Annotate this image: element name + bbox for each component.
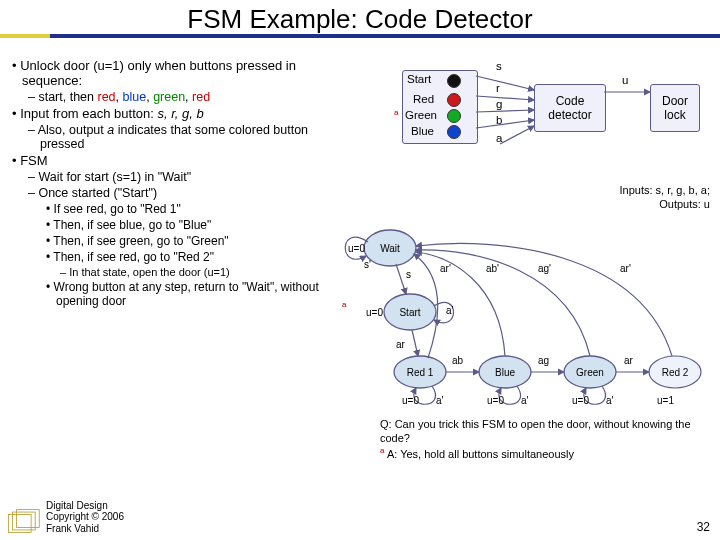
left-column: Unlock door (u=1) only when buttons pres… (8, 56, 348, 310)
sig-r: r (496, 82, 500, 94)
footer-l2: Copyright © 2006 (46, 511, 124, 523)
svg-text:Blue: Blue (495, 367, 515, 378)
a-annotation-2: a (342, 300, 346, 309)
svg-text:Red 2: Red 2 (662, 367, 689, 378)
sig-a: a (496, 132, 502, 144)
svg-text:u=0: u=0 (402, 395, 419, 406)
svg-line-4 (500, 126, 534, 144)
svg-text:Green: Green (576, 367, 604, 378)
svg-text:s': s' (364, 259, 371, 270)
q-answer: a A: Yes, hold all buttons simultaneousl… (380, 446, 710, 461)
svg-text:ag: ag (538, 355, 549, 366)
svg-text:ar': ar' (620, 263, 631, 274)
sig-g: g (496, 98, 502, 110)
bullet-open: In that state, open the door (u=1) (8, 266, 348, 278)
block-wires (350, 56, 710, 156)
svg-line-2 (476, 110, 534, 112)
svg-text:a': a' (446, 305, 454, 316)
footer: Digital Design Copyright © 2006 Frank Va… (46, 500, 124, 535)
svg-text:u=0: u=0 (348, 243, 365, 254)
trick-question: Q: Can you trick this FSM to open the do… (380, 418, 710, 461)
svg-text:u=0: u=0 (487, 395, 504, 406)
footer-l1: Digital Design (46, 500, 124, 512)
fsm-diagram: Wait Start Red 1 Blue Green Red 2 s' s (320, 212, 720, 422)
title-underline (0, 34, 720, 38)
io-note: Inputs: s, r, g, b, a; Outputs: u (620, 184, 711, 212)
bullet-blue: Then, if see blue, go to "Blue" (8, 218, 348, 232)
bullet-output-a: Also, output a indicates that some color… (8, 123, 348, 151)
page-title: FSM Example: Code Detector (0, 0, 720, 35)
svg-text:a': a' (521, 395, 529, 406)
svg-line-1 (476, 96, 534, 100)
bullet-sequence: start, then red, blue, green, red (8, 90, 348, 104)
bullet-unlock: Unlock door (u=1) only when buttons pres… (8, 58, 348, 88)
footer-l3: Frank Vahid (46, 523, 124, 535)
bullet-wait: Wait for start (s=1) in "Wait" (8, 170, 348, 184)
bullet-wrong: Wrong button at any step, return to "Wai… (8, 280, 348, 308)
svg-text:ar: ar (624, 355, 634, 366)
bullet-fsm: FSM (8, 153, 348, 168)
right-area: Start Red Green Blue a Code detector Doo… (350, 56, 712, 512)
content: Unlock door (u=1) only when buttons pres… (8, 56, 712, 512)
svg-text:u=0: u=0 (366, 307, 383, 318)
svg-text:ab: ab (452, 355, 464, 366)
svg-text:Wait: Wait (380, 243, 400, 254)
bullet-inputs: Input from each button: s, r, g, b (8, 106, 348, 121)
bullet-red2: Then, if see red, go to "Red 2" (8, 250, 348, 264)
svg-text:ar: ar (396, 339, 406, 350)
bullet-red1: If see red, go to "Red 1" (8, 202, 348, 216)
title-bar: FSM Example: Code Detector (0, 0, 720, 44)
bullet-start: Once started ("Start") (8, 186, 348, 200)
bullet-green: Then, if see green, go to "Green" (8, 234, 348, 248)
svg-line-0 (476, 76, 534, 90)
svg-text:u=1: u=1 (657, 395, 674, 406)
svg-text:Start: Start (399, 307, 420, 318)
svg-line-3 (476, 120, 534, 128)
page-number: 32 (697, 520, 710, 534)
svg-text:u=0: u=0 (572, 395, 589, 406)
svg-text:a': a' (436, 395, 444, 406)
q-text: Q: Can you trick this FSM to open the do… (380, 418, 710, 446)
sig-s: s (496, 60, 502, 72)
logo-icon (6, 508, 40, 534)
sig-b: b (496, 114, 502, 126)
sig-u: u (622, 74, 628, 86)
svg-text:s: s (406, 269, 411, 280)
svg-text:ab': ab' (486, 263, 499, 274)
svg-text:ar': ar' (440, 263, 451, 274)
svg-text:Red 1: Red 1 (407, 367, 434, 378)
svg-text:ag': ag' (538, 263, 551, 274)
svg-text:a': a' (606, 395, 614, 406)
